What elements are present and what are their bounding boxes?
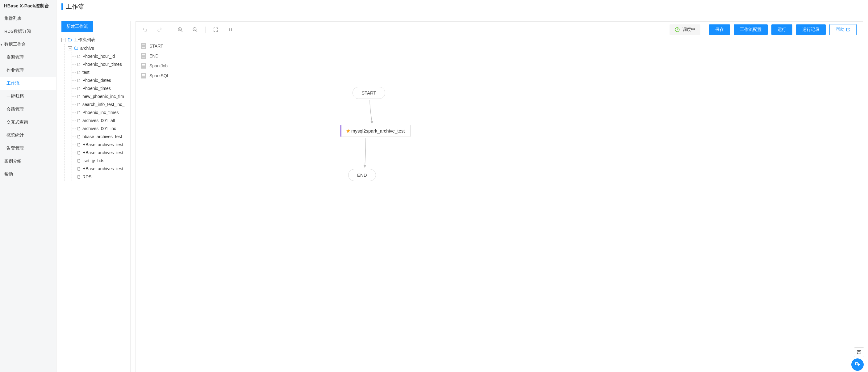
tree-file[interactable]: tset_jy_bds (72, 156, 130, 165)
node-icon (141, 63, 146, 68)
sidebar-section-data-workbench[interactable]: ▾ 数据工作台 (0, 38, 56, 51)
new-workflow-button[interactable]: 新建工作流 (61, 21, 93, 32)
flow-node-end[interactable]: END (348, 169, 376, 181)
sidebar: HBase X-Pack控制台 集群列表 RDS数据订阅 ▾ 数据工作台 资源管… (0, 0, 57, 372)
chat-icon (856, 349, 862, 355)
flow-node-start[interactable]: START (352, 87, 385, 99)
palette-item-end[interactable]: END (136, 51, 185, 61)
tree-file-label: new_phoenix_inc_tim (83, 94, 124, 99)
svg-rect-15 (855, 363, 858, 365)
palette-item-sparksql[interactable]: SparkSQL (136, 71, 185, 81)
run-records-button[interactable]: 运行记录 (796, 24, 826, 35)
sidebar-item-rds-sub[interactable]: RDS数据订阅 (0, 25, 56, 38)
sidebar-item-session[interactable]: 会话管理 (0, 103, 56, 116)
feedback-fab[interactable] (851, 359, 864, 371)
tree-file-label: hbase_archives_test_ (83, 134, 124, 139)
zoom-in-icon[interactable] (178, 27, 183, 32)
external-link-icon (846, 28, 850, 32)
palette-item-label: START (149, 44, 163, 49)
node-icon (141, 73, 146, 79)
actual-size-icon[interactable] (228, 27, 234, 32)
tree-file[interactable]: HBase_archives_test (72, 149, 130, 156)
tree-file[interactable]: Phoenix_dates (72, 76, 130, 84)
svg-line-3 (181, 30, 182, 32)
tree-file[interactable]: Phoenix_hour_times (72, 60, 130, 68)
help-button[interactable]: 帮助 (829, 24, 857, 35)
tree-file[interactable]: Phoenix_times (72, 84, 130, 92)
tree-file-label: HBase_archives_test (83, 142, 123, 147)
page-title: 工作流 (66, 2, 84, 11)
run-button[interactable]: 运行 (771, 24, 793, 35)
tree-file[interactable]: search_info_test_inc_ (72, 101, 130, 109)
feedback-icon (855, 362, 861, 368)
sidebar-item-overview[interactable]: 概览统计 (0, 129, 56, 142)
file-icon (77, 86, 81, 91)
sidebar-item-cases[interactable]: 案例介绍 (0, 155, 56, 168)
schedule-status: 调度中 (670, 24, 701, 35)
tree-file[interactable]: HBase_archives_test (72, 141, 130, 149)
tree-file-label: Phoenix_dates (83, 78, 111, 83)
sidebar-item-interactive-query[interactable]: 交互式查询 (0, 116, 56, 129)
tree-root[interactable]: − 工作流列表 (61, 35, 130, 44)
save-button[interactable]: 保存 (709, 24, 730, 35)
tree-folder-archive[interactable]: − archive (65, 44, 130, 52)
tree-file[interactable]: hbase_archives_test_ (72, 133, 130, 141)
tree-file[interactable]: Phoenix_hour_id (72, 52, 130, 60)
chevron-down-icon: ▾ (1, 43, 2, 46)
tree-file[interactable]: new_phoenix_inc_tim (72, 92, 130, 101)
sidebar-item-archive[interactable]: 一键归档 (0, 90, 56, 103)
redo-icon[interactable] (157, 27, 162, 32)
sidebar-item-workflow[interactable]: 工作流 (0, 77, 56, 90)
palette-item-label: SparkJob (149, 63, 167, 68)
collapse-icon[interactable]: − (68, 46, 72, 50)
file-icon (77, 62, 81, 67)
separator (170, 27, 170, 33)
zoom-out-icon[interactable] (192, 27, 198, 32)
tree-file-label: HBase_archives_test (83, 166, 123, 171)
workflow-config-button[interactable]: 工作流配置 (734, 24, 768, 35)
undo-icon[interactable] (142, 27, 148, 32)
palette-item-label: END (149, 53, 159, 58)
sidebar-item-clusters[interactable]: 集群列表 (0, 12, 56, 25)
canvas-area: 调度中 保存 工作流配置 运行 运行记录 帮助 START END Sp (130, 21, 868, 372)
file-icon (77, 70, 81, 75)
tree-file-label: Phoenix_hour_id (83, 54, 115, 59)
palette-item-sparkjob[interactable]: SparkJob (136, 61, 185, 71)
flow-canvas[interactable]: START mysql2spark_archive_test END (185, 38, 863, 372)
canvas-body: START END SparkJob SparkSQL (135, 38, 863, 372)
tree-file-label: HBase_archives_test (83, 150, 123, 155)
tree-file-label: archives_001_all (83, 118, 115, 123)
tree-file-label: Phoenix_hour_times (83, 62, 122, 67)
tree-root-label: 工作流列表 (74, 37, 95, 42)
sidebar-item-alert[interactable]: 告警管理 (0, 142, 56, 155)
flow-node-task-label: mysql2spark_archive_test (351, 128, 405, 134)
sidebar-item-help[interactable]: 帮助 (0, 168, 56, 181)
fit-icon[interactable] (213, 27, 219, 32)
collapse-icon[interactable]: − (61, 38, 65, 42)
sidebar-item-jobs[interactable]: 作业管理 (0, 64, 56, 77)
page-title-accent (61, 3, 63, 10)
tree-file[interactable]: HBase_archives_test (72, 165, 130, 173)
flow-node-task[interactable]: mysql2spark_archive_test (340, 125, 410, 137)
tree-file[interactable]: archives_001_inc (72, 124, 130, 133)
canvas-toolbar: 调度中 保存 工作流配置 运行 运行记录 帮助 (135, 21, 863, 38)
palette-item-start[interactable]: START (136, 41, 185, 51)
tree-file-label: archives_001_inc (83, 126, 116, 131)
workflow-tree: − 工作流列表 − archive (61, 35, 130, 181)
page-header: 工作流 (57, 0, 868, 13)
help-button-label: 帮助 (836, 27, 844, 32)
tree-file[interactable]: archives_001_all (72, 116, 130, 124)
file-icon (77, 102, 81, 107)
tree-file[interactable]: test (72, 68, 130, 76)
schedule-status-label: 调度中 (682, 27, 695, 32)
svg-point-12 (858, 352, 859, 352)
chat-fab[interactable] (854, 347, 864, 357)
tree-file[interactable]: RDS (72, 173, 130, 181)
svg-line-6 (196, 30, 197, 32)
sidebar-item-resource[interactable]: 资源管理 (0, 51, 56, 64)
tree-file[interactable]: Phoenix_inc_times (72, 109, 130, 116)
node-icon (141, 53, 146, 59)
tree-file-label: test (83, 70, 90, 75)
node-palette: START END SparkJob SparkSQL (136, 38, 185, 372)
sidebar-nav: 集群列表 RDS数据订阅 ▾ 数据工作台 资源管理 作业管理 工作流 一键归档 … (0, 12, 56, 181)
